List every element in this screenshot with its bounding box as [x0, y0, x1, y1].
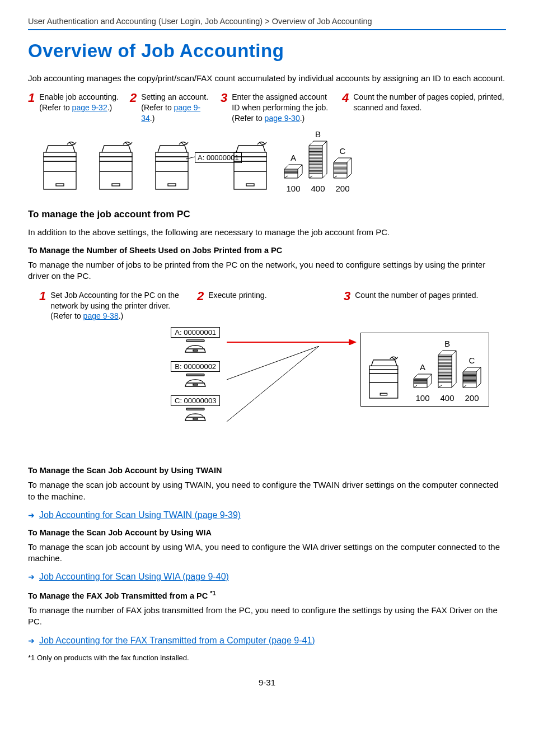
paper-stack-icon	[332, 157, 353, 183]
svg-rect-3	[56, 184, 64, 186]
pc-id-label: A: 00000001	[171, 327, 220, 338]
sub-text-twain: To manage the scan job account by using …	[28, 479, 506, 502]
step-text: Set Job Accounting for the PC on the net…	[50, 290, 190, 322]
svg-rect-68	[369, 366, 398, 370]
svg-rect-58	[193, 350, 198, 351]
page-stacks: A100B400C200	[283, 129, 353, 193]
step-number: 1	[28, 92, 35, 124]
pc-item: A: 00000001	[171, 327, 220, 356]
stack-top-label: C	[469, 356, 475, 365]
mfp-icon: A: 00000001	[151, 140, 196, 193]
step-2: 2 Setting an account. (Refer to page 9-3…	[130, 92, 214, 124]
svg-rect-61	[186, 408, 204, 410]
svg-line-15	[186, 157, 195, 159]
diagram-pc-to-printer: A: 00000001 B: 00000002 C: 00000003 A100…	[28, 327, 506, 456]
stack-col: B400	[437, 339, 457, 403]
sub-heading-fax: To Manage the FAX Job Transmitted from a…	[28, 590, 506, 600]
laptop-icon	[183, 339, 208, 356]
svg-rect-7	[100, 152, 132, 157]
stack-col: A100	[413, 362, 433, 403]
pc-list: A: 00000001 B: 00000002 C: 00000003	[171, 327, 220, 424]
step-4: 4 Count the number of pages copied, prin…	[342, 92, 506, 124]
step-number: 3	[344, 290, 350, 322]
link-row-wia: ➜ Job Accounting for Scan Using WIA (pag…	[28, 572, 506, 582]
stack-bottom-label: 200	[335, 184, 349, 193]
step-1: 1 Enable job accounting. (Refer to page …	[28, 92, 123, 124]
svg-rect-0	[44, 161, 76, 189]
arrow-icon: ➜	[28, 511, 35, 520]
intro-text: Job accounting manages the copy/print/sc…	[28, 73, 506, 84]
step-text: Count the number of pages printed.	[355, 290, 478, 322]
link-row-fax: ➜ Job Accounting for the FAX Transmitted…	[28, 636, 506, 646]
breadcrumb: User Authentication and Accounting (User…	[28, 17, 506, 26]
arrow-icon: ➜	[28, 572, 35, 581]
step-number: 2	[197, 290, 204, 322]
step-text: Setting an account. (Refer to page 9-34.…	[141, 92, 214, 124]
svg-rect-2	[44, 152, 76, 157]
steps-row-1: 1 Enable job accounting. (Refer to page …	[28, 92, 506, 124]
pc-id-label: C: 00000003	[171, 395, 220, 406]
steps-row-2: 1 Set Job Accounting for the PC on the n…	[39, 290, 506, 322]
sub-text-wia: To manage the scan job account by using …	[28, 542, 506, 564]
svg-rect-69	[380, 394, 387, 396]
svg-rect-10	[156, 161, 188, 189]
step-number: 1	[39, 290, 46, 322]
sub-heading-twain: To Manage the Scan Job Account by Using …	[28, 466, 506, 475]
svg-rect-66	[369, 374, 398, 399]
sub-heading-wia: To Manage the Scan Job Account by Using …	[28, 528, 506, 537]
twain-link[interactable]: Job Accounting for Scan Using TWAIN (pag…	[39, 510, 241, 520]
step-number: 3	[221, 92, 227, 124]
footnote: *1 Only on products with the fax functio…	[28, 654, 506, 662]
page-link[interactable]: page 9-38	[83, 311, 119, 320]
svg-line-65	[227, 346, 319, 422]
laptop-icon	[183, 373, 208, 390]
stack-top-label: A	[291, 153, 296, 162]
section-intro-pc: In addition to the above settings, the f…	[28, 227, 506, 238]
sub-intro-sheets: To manage the number of jobs to be print…	[28, 259, 506, 282]
header-rule	[28, 29, 506, 30]
wia-link[interactable]: Job Accounting for Scan Using WIA (page …	[39, 572, 229, 582]
svg-rect-17	[234, 157, 266, 161]
paper-stack-icon	[308, 140, 328, 183]
stack-top-label: C	[340, 146, 346, 156]
pc-item: C: 00000003	[171, 395, 220, 424]
page-number: 9-31	[28, 678, 506, 687]
count-block: A100B400C200	[229, 129, 353, 193]
fax-link[interactable]: Job Accounting for the FAX Transmitted f…	[39, 636, 315, 646]
stack-col: C200	[332, 146, 353, 193]
page-link[interactable]: page 9-32	[72, 103, 107, 112]
stack-bottom-label: 100	[415, 393, 429, 403]
mfp-icon	[366, 355, 405, 403]
stack-top-label: B	[444, 339, 450, 348]
illustration-row-1: A: 00000001 A100B400C200	[39, 129, 506, 193]
step-text: Count the number of pages copied, printe…	[353, 92, 506, 124]
step-text: Enter the assigned account ID when perfo…	[232, 92, 335, 124]
mfp-icon	[95, 140, 140, 193]
printer-count-box: A100B400C200	[360, 333, 489, 407]
svg-rect-1	[44, 157, 76, 161]
svg-rect-13	[168, 184, 176, 186]
svg-rect-60	[193, 384, 198, 385]
page-link[interactable]: page 9-30	[265, 114, 300, 123]
step-2: 2 Execute printing.	[197, 290, 337, 322]
svg-rect-11	[156, 157, 188, 161]
paper-stack-icon	[283, 164, 303, 183]
pc-item: B: 00000002	[171, 361, 220, 390]
paper-stack-icon	[413, 373, 433, 392]
svg-rect-18	[234, 152, 266, 157]
step-text: Enable job accounting. (Refer to page 9-…	[39, 92, 123, 124]
arrow-icon: ➜	[28, 636, 35, 645]
sub-text-fax: To manage the number of FAX jobs transmi…	[28, 605, 506, 628]
svg-rect-12	[156, 152, 188, 157]
svg-rect-19	[246, 184, 254, 186]
stack-top-label: A	[420, 362, 425, 372]
mfp-icon	[229, 140, 274, 193]
red-arrow	[227, 339, 361, 345]
svg-rect-57	[186, 340, 204, 342]
stack-col: B400	[308, 129, 328, 193]
stack-bottom-label: 400	[440, 393, 454, 403]
step-1: 1 Set Job Accounting for the PC on the n…	[39, 290, 190, 322]
step-number: 4	[342, 92, 349, 124]
stack-col: C200	[462, 356, 482, 403]
svg-rect-62	[193, 418, 198, 419]
